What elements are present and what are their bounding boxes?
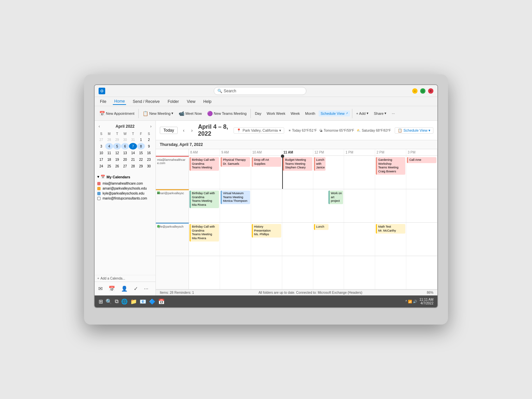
cal-day[interactable]: 20 <box>121 156 129 163</box>
meet-now-button[interactable]: 📹 Meet Now <box>177 110 204 117</box>
cal-day[interactable]: 16 <box>145 150 153 156</box>
cal-day[interactable]: 15 <box>137 150 145 156</box>
event-math-test[interactable]: Math TestMr. McCarthy <box>376 224 405 234</box>
cal-day[interactable]: 19 <box>113 156 121 163</box>
taskbar-calendar-icon[interactable]: 📅 <box>158 298 165 305</box>
taskbar-taskview-icon[interactable]: ⧉ <box>115 298 118 304</box>
menu-file[interactable]: File <box>99 99 108 105</box>
cal-day[interactable]: 21 <box>129 156 137 163</box>
menu-home[interactable]: Home <box>113 98 126 105</box>
mini-cal-next[interactable]: › <box>149 123 153 129</box>
schedule-view-button[interactable]: Schedule View ↗ <box>319 111 350 116</box>
cal-day[interactable]: 3 <box>97 143 105 150</box>
tasks-nav-icon[interactable]: ✓ <box>133 285 139 293</box>
more-options-button[interactable]: ··· <box>390 111 397 116</box>
close-button[interactable]: × <box>428 88 433 94</box>
cal-day[interactable]: 30 <box>121 136 129 143</box>
cal-day[interactable]: 14 <box>129 150 137 156</box>
menu-view[interactable]: View <box>186 99 197 105</box>
cal-today[interactable]: 7 <box>129 143 137 150</box>
cal-day[interactable]: 29 <box>113 136 121 143</box>
event-physical-therapy[interactable]: Physical TherapyDr. Samuels <box>221 157 250 167</box>
prev-period-button[interactable]: ‹ <box>182 127 186 134</box>
maximize-button[interactable]: □ <box>420 88 425 94</box>
taskbar-windows-icon[interactable]: ⊞ <box>99 298 103 305</box>
menu-help[interactable]: Help <box>202 99 213 105</box>
cal-day[interactable]: 22 <box>137 156 145 163</box>
more-nav-icon[interactable]: ··· <box>143 285 149 293</box>
taskbar-search-icon[interactable]: 🔍 <box>106 298 112 305</box>
event-call-ame[interactable]: Call Ame <box>407 157 436 163</box>
event-lunch-janice[interactable]: Lunch with Janice <box>314 157 326 171</box>
cal-day[interactable]: 17 <box>97 156 105 163</box>
schedule-grid[interactable]: 8 AM 9 AM 10 AM 11 AM 12 PM 1 PM 2 PM 3 … <box>156 149 437 289</box>
search-box[interactable]: 🔍 Search <box>214 87 306 95</box>
share-button[interactable]: Share ▾ <box>372 110 388 116</box>
cal-day[interactable]: 18 <box>105 156 113 163</box>
work-week-button[interactable]: Work Week <box>265 111 287 116</box>
event-work-art-project[interactable]: Work on art project <box>329 191 343 204</box>
event-birthday-amari[interactable]: Birthday Call with GrandmaTeams MeetingM… <box>190 191 219 208</box>
calendar-entry-kyle[interactable]: kyle@parkvalleyschools.edu <box>97 191 153 196</box>
new-teams-meeting-button[interactable]: 🟣 New Teams Meeting <box>205 110 248 117</box>
mini-cal-prev[interactable]: ‹ <box>97 123 101 129</box>
minimize-button[interactable]: − <box>412 88 418 94</box>
cal-day-6[interactable]: 6 <box>121 143 129 150</box>
cal-day[interactable]: 28 <box>105 136 113 143</box>
month-button[interactable]: Month <box>303 111 317 116</box>
cal-day[interactable]: 23 <box>145 156 153 163</box>
location-badge[interactable]: 📍 Park Valley, California ▾ <box>234 127 284 134</box>
cal-day[interactable]: 24 <box>97 163 105 169</box>
event-birthday-call-mia[interactable]: Birthday Call with GrandmaTeams Meeting <box>190 157 219 171</box>
next-period-button[interactable]: › <box>190 127 194 134</box>
cal-day[interactable]: 31 <box>129 136 137 143</box>
cal-day[interactable]: 26 <box>113 163 121 169</box>
cal-day[interactable]: 25 <box>105 163 113 169</box>
cal-day[interactable]: 27 <box>97 136 105 143</box>
people-nav-icon[interactable]: 👤 <box>120 285 129 293</box>
event-birthday-kyle[interactable]: Birthday Call with GrandmaTeams MeetingM… <box>190 224 219 242</box>
cal-day[interactable]: 10 <box>97 150 105 156</box>
menu-send-receive[interactable]: Send / Receive <box>131 99 161 105</box>
taskbar-file-icon[interactable]: 📁 <box>130 298 137 305</box>
cal-day[interactable]: 9 <box>145 143 153 150</box>
taskbar-edge-icon[interactable]: 🔷 <box>149 298 155 305</box>
cal-day[interactable]: 13 <box>121 150 129 156</box>
day-view-button[interactable]: Day <box>253 111 263 116</box>
event-lunch-kyle[interactable]: Lunch <box>314 224 329 230</box>
cal-day[interactable]: 28 <box>129 163 137 169</box>
cal-day[interactable]: 30 <box>145 163 153 169</box>
add-calendar-button[interactable]: + Add a Calenda... <box>95 275 155 282</box>
menu-folder[interactable]: Folder <box>166 99 180 105</box>
new-meeting-button[interactable]: 📋 New Meeting ▾ <box>141 110 175 117</box>
calendar-entry-amari[interactable]: amari@parkvalleyschools.edu <box>97 186 153 191</box>
cal-day-5[interactable]: 5 <box>113 143 121 150</box>
cal-day[interactable]: 2 <box>145 136 153 143</box>
event-virtual-museum[interactable]: Virtual MuseumTeams MeetingMonica Thomps… <box>221 191 250 204</box>
cal-day[interactable]: 1 <box>137 136 145 143</box>
cal-day[interactable]: 11 <box>105 150 113 156</box>
event-gardening-workshop[interactable]: Gardening WorkshopTeams MeetingCraig Bow… <box>376 157 405 175</box>
calendar-nav-icon[interactable]: 📅 <box>108 285 116 293</box>
event-budget-meeting[interactable]: Budget MeetingTeams MeetingStephen Clear… <box>283 157 312 171</box>
taskbar-browser-icon[interactable]: 🌐 <box>121 298 128 305</box>
event-drop-art-supplies[interactable]: Drop off Art Supplies <box>252 157 281 167</box>
time-cols-header: 8 AM 9 AM 10 AM 11 AM 12 PM 1 PM 2 PM 3 … <box>189 149 437 155</box>
today-button[interactable]: Today <box>160 127 178 134</box>
mail-nav-icon[interactable]: ✉ <box>97 285 104 293</box>
taskbar-mail-icon[interactable]: 📧 <box>140 298 146 305</box>
schedule-view-toggle[interactable]: 📋 Schedule View ▾ <box>395 127 433 134</box>
cal-day[interactable]: 29 <box>137 163 145 169</box>
cal-day[interactable]: 27 <box>121 163 129 169</box>
my-calendars-header[interactable]: ▾ 📅 My Calendars <box>97 175 153 179</box>
calendar-entry-mia[interactable]: mia@lamnahealthcare.com <box>97 181 153 186</box>
calendar-entry-mario[interactable]: mario@firstupconsultants.com <box>97 196 153 201</box>
mini-calendar: ‹ April 2022 › S M T W T F S <box>95 121 155 172</box>
cal-day-4[interactable]: 4 <box>105 143 113 150</box>
cal-day[interactable]: 12 <box>113 150 121 156</box>
cal-day-8[interactable]: 8 <box>137 143 145 150</box>
add-button[interactable]: + Add ▾ <box>354 110 371 116</box>
week-button[interactable]: Week <box>288 111 302 116</box>
event-history-presentation[interactable]: History PresentationMs. Phillips <box>252 224 281 238</box>
new-appointment-button[interactable]: 📅 New Appointment <box>97 110 136 117</box>
